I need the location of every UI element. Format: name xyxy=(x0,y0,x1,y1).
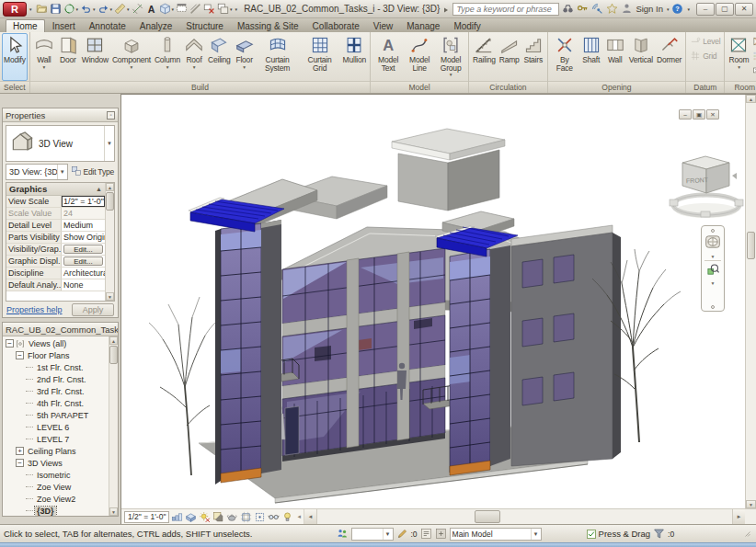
column-button[interactable]: Column▾ xyxy=(153,33,182,81)
tag-button[interactable]: Tag▾ xyxy=(750,63,756,78)
viewcube-ring-tick[interactable] xyxy=(701,211,710,217)
tab-collaborate[interactable]: Collaborate xyxy=(306,20,366,32)
scrollbar-thumb[interactable] xyxy=(747,232,755,259)
reveal-icon[interactable] xyxy=(281,511,293,523)
minimize-button[interactable]: – xyxy=(696,3,715,16)
tab-view[interactable]: View xyxy=(367,20,400,32)
tab-annotate[interactable]: Annotate xyxy=(83,20,132,32)
scroll-left-icon[interactable]: ◄ xyxy=(304,509,317,524)
browser-item-level-6[interactable]: LEVEL 6 xyxy=(3,421,109,433)
view-scale-value[interactable]: 1/2" = 1'-0" xyxy=(62,196,105,207)
rendering-icon[interactable] xyxy=(226,511,238,523)
active-design-option-combo[interactable]: Main Model ▼ xyxy=(450,528,542,541)
tab-home[interactable]: Home xyxy=(6,19,45,32)
sign-in-arrow-icon[interactable]: ▾ xyxy=(667,6,670,12)
glass-curtain-wall-facade[interactable] xyxy=(282,248,445,462)
subscription-center-icon[interactable] xyxy=(577,3,589,15)
viewcube-front-label[interactable]: FRONT xyxy=(686,177,709,184)
navbar-handle-icon[interactable] xyxy=(711,229,715,233)
zoom-dropdown-icon[interactable]: ▼ xyxy=(711,281,716,285)
help-icon[interactable]: ? xyxy=(671,3,683,15)
browser-item-level-7[interactable]: LEVEL 7 xyxy=(3,433,109,445)
view-instance-combo[interactable]: 3D View: {3D} ▼ xyxy=(6,164,68,180)
building-3d-model[interactable]: FRONT xyxy=(121,95,745,508)
tab-massing-site[interactable]: Massing & Site xyxy=(231,20,305,32)
curtain-system-button[interactable]: Curtain System xyxy=(257,33,299,81)
qat-save-button[interactable] xyxy=(49,2,63,17)
qat-sync-button[interactable]: ▾ xyxy=(63,2,80,17)
browser-item-3rd-flr-cnst[interactable]: 3rd Flr. Cnst. xyxy=(3,385,109,397)
door-button[interactable]: Door xyxy=(56,33,80,81)
type-selector-arrow-icon[interactable]: ▼ xyxy=(104,126,114,161)
tab-analyze[interactable]: Analyze xyxy=(133,20,179,32)
properties-scrollbar[interactable]: ▲ ▼ xyxy=(105,183,114,301)
collapse-icon[interactable]: − xyxy=(6,339,14,348)
editing-requests-icon[interactable] xyxy=(396,528,408,540)
sun-path-icon[interactable] xyxy=(199,511,211,523)
help-arrow-icon[interactable]: ▾ xyxy=(687,6,690,12)
combo-arrow-icon[interactable]: ▼ xyxy=(57,165,66,179)
roof-button[interactable]: Roof▾ xyxy=(182,33,206,81)
expand-icon[interactable]: + xyxy=(16,447,24,455)
viewcube-ring-tick[interactable] xyxy=(735,199,743,206)
browser-scrollbar[interactable]: ▲ ▼ xyxy=(109,336,118,516)
design-options-pick-icon[interactable] xyxy=(435,528,447,540)
qat-measure-button[interactable]: ▾ xyxy=(113,2,131,17)
by-face-button[interactable]: By Face xyxy=(550,33,579,81)
project-browser-header[interactable]: RAC_UB_02_Common_Tasks_i - Proj... ▫ xyxy=(3,323,118,336)
qat-close-windows-button[interactable] xyxy=(202,2,216,17)
viewcube[interactable]: FRONT xyxy=(670,156,743,218)
detail-level-icon[interactable] xyxy=(171,511,183,523)
graphic-displ-edit-button[interactable]: Edit... xyxy=(63,256,103,266)
vertical-button[interactable]: Vertical xyxy=(627,33,655,81)
shaft-button[interactable]: Shaft xyxy=(579,33,603,81)
show-crop-icon[interactable] xyxy=(254,511,266,523)
communication-center-icon[interactable] xyxy=(591,3,603,15)
resize-grip[interactable] xyxy=(743,530,752,539)
filter-icon[interactable] xyxy=(653,528,665,540)
qat-view3d-button[interactable]: ▾ xyxy=(158,2,176,17)
3d-view-canvas[interactable]: FRONT – ▣ ✕ ▼ xyxy=(121,95,745,508)
search-icon[interactable] xyxy=(562,3,574,15)
scrollbar-thumb[interactable] xyxy=(109,346,118,364)
sign-in-button[interactable]: Sign In xyxy=(636,4,663,14)
scroll-down-icon[interactable]: ▼ xyxy=(109,507,118,516)
model-line-button[interactable]: Model Line xyxy=(404,33,435,81)
shadows-icon[interactable] xyxy=(212,511,224,523)
scroll-down-icon[interactable]: ▼ xyxy=(746,500,756,508)
room-button[interactable]: Room▾ xyxy=(727,33,750,81)
component-button[interactable]: Component▾ xyxy=(110,33,153,81)
qat-customize-button[interactable]: ▾ xyxy=(234,2,239,17)
press-drag-checkbox[interactable] xyxy=(587,530,596,539)
browser-item-1st-flr-cnst[interactable]: 1st Flr. Cnst. xyxy=(3,361,109,373)
viewcube-ring-tick[interactable] xyxy=(670,199,678,206)
worksets-combo[interactable]: ▼ xyxy=(351,528,394,541)
view-scale-button[interactable]: 1/2" = 1'-0" xyxy=(124,511,169,523)
scroll-up-icon[interactable]: ▲ xyxy=(746,95,756,103)
floor-button[interactable]: Floor▾ xyxy=(233,33,257,81)
navbar-handle-icon[interactable] xyxy=(711,305,715,309)
ramp-button[interactable]: Ramp xyxy=(498,33,521,81)
scroll-down-icon[interactable]: ▼ xyxy=(106,292,114,301)
crop-view-icon[interactable] xyxy=(240,511,252,523)
browser-item-isometric[interactable]: Isometric xyxy=(3,469,109,481)
browser-item-3d[interactable]: {3D} xyxy=(3,505,109,516)
wall-button[interactable]: Wall xyxy=(603,33,627,81)
steering-wheel-icon[interactable] xyxy=(704,234,721,254)
scrollbar-thumb[interactable] xyxy=(106,192,114,211)
design-options-icon[interactable] xyxy=(420,528,432,540)
railing-button[interactable]: Railing xyxy=(471,33,498,81)
browser-item-4th-flr-cnst[interactable]: 4th Flr. Cnst. xyxy=(3,397,109,409)
browser-item-5th-parapet[interactable]: 5th PARAPET xyxy=(3,409,109,421)
stairs-button[interactable]: Stairs xyxy=(521,33,545,81)
type-selector[interactable]: 3D View ▼ xyxy=(6,125,115,162)
detail-level-value[interactable]: Medium xyxy=(62,220,105,231)
maximize-button[interactable]: ▢ xyxy=(716,3,734,16)
window-button[interactable]: Window xyxy=(80,33,110,81)
qat-open-button[interactable] xyxy=(35,2,49,17)
scroll-up-icon[interactable]: ▲ xyxy=(109,336,118,345)
qat-thin-lines-button[interactable] xyxy=(189,2,202,17)
view-control-bar-collapse-icon[interactable]: ◂ xyxy=(297,513,301,520)
close-button[interactable]: ✕ xyxy=(735,3,753,16)
horizontal-scrollbar[interactable]: ◄ ► xyxy=(304,509,745,524)
